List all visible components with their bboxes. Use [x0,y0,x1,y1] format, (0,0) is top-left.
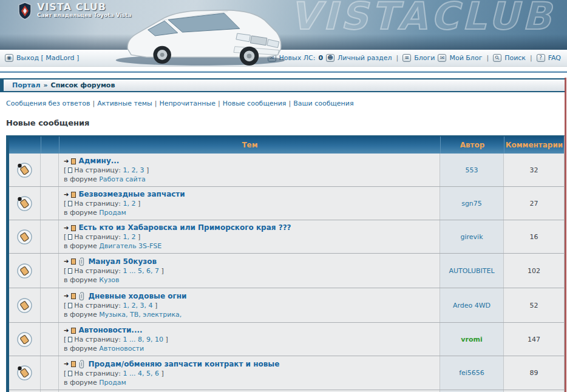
forum-link[interactable]: Автоновости [99,345,144,353]
topic-pages-line: [На страницу: 1 ... 5, 6, 7 ] [64,266,435,275]
topic-page-number-links[interactable]: 1, 2 [123,233,136,241]
comments-cell: 32 [504,154,564,186]
faq-icon: ? [537,54,545,62]
author-cell: girevik [440,220,504,253]
author-link[interactable]: sgn75 [461,200,482,208]
pages-bracket-open: [ [64,302,66,309]
topic-folder-icon [16,263,33,279]
author-cell: 553 [440,154,504,186]
topic-page-number-links[interactable]: 1, 2 [123,200,136,208]
topic-title-link[interactable]: Дневные ходовые огни [88,292,186,301]
pages-bracket-open: [ [64,200,66,208]
forum-label: в форуме [64,276,97,284]
logout-icon: ◉ [5,54,13,62]
link-active-topics[interactable]: Активные темы [97,100,152,107]
pages-bracket-close: ] [146,166,149,174]
topic-status-cell [9,220,41,253]
forum-label: в форуме [64,209,97,217]
topic-title-link[interactable]: Мануал 50кузов [88,257,157,266]
table-row: ➔ Автоновости.... [На страницу: 1 ... 8,… [9,323,564,356]
author-link[interactable]: Ardeo 4WD [453,302,491,309]
topic-page-number-links[interactable]: 1 ... 8, 9, 10 [123,336,163,343]
page-title: Новые сообщения [6,118,561,127]
link-new-posts[interactable]: Новые сообщения [223,100,287,107]
faq-link[interactable]: FAQ [548,54,561,62]
goto-post-arrow-icon: ➔ [64,225,69,231]
breadcrumb-current: Список форумов [51,81,115,89]
topic-cell: ➔ Есть кто из Хабаровска или Приморского… [59,220,440,253]
forum-label: в форуме [64,242,97,250]
link-unread[interactable]: Непрочитанные [159,100,216,107]
comments-count: 102 [528,267,540,275]
comments-cell: 89 [504,356,564,390]
table-row: ➔ Есть кто из Хабаровска или Приморского… [9,220,564,254]
link-your-posts[interactable]: Ваши сообщения [293,100,353,107]
pages-bracket-close: ] [161,267,164,275]
topic-folder-icon [16,331,33,348]
breadcrumb-separator: » [41,81,51,89]
new-posts-table: Тем Автор Комментарии ➔ Админу [6,135,565,392]
author-link[interactable]: 553 [466,166,478,174]
my-blog-link[interactable]: Мой Блог [449,54,482,62]
pages-bracket-open: [ [64,370,66,377]
pages-bracket-open: [ [64,233,66,241]
topic-status-cell [9,288,41,322]
forum-link[interactable]: Двигатель 3S-FSE [99,242,161,250]
topic-page-number-links[interactable]: 1 ... 4, 5, 6 [123,370,159,377]
topic-status-cell [9,154,41,186]
topic-title-link[interactable]: Автоновости.... [78,326,142,335]
author-link[interactable]: vromi [461,336,482,343]
pages-bracket-close: ] [138,233,140,241]
topic-title-link[interactable]: Админу... [78,157,119,166]
author-cell: vromi [440,323,504,356]
topic-status-cell [9,254,41,288]
forum-label: в форуме [64,175,97,183]
search-link[interactable]: Поиск [504,54,526,62]
comments-cell: 16 [504,220,564,253]
divider-rule [0,71,567,73]
topic-title-link[interactable]: Безвозмездные запчасти [78,190,185,199]
toyota-vista-car-image [110,2,290,67]
topic-page-number-links[interactable]: 1 ... 5, 6, 7 [123,267,159,275]
new-pm-count: 0 [318,54,323,62]
forum-link[interactable]: Музыка, ТВ, электрика, [99,311,182,319]
forum-link[interactable]: Продам [99,379,126,387]
profile-link[interactable]: Личный раздел [338,54,392,62]
pages-label: На страницу: [74,370,121,377]
logout-link[interactable]: Выход [ MadLord ] [16,54,79,62]
page-mini-icon [68,201,72,206]
goto-post-arrow-icon: ➔ [64,192,69,198]
topic-title-link[interactable]: Продам/обменяю запчасти контракт и новые [88,360,279,369]
topic-page-number-links[interactable]: 1, 2, 3 [123,166,144,174]
nav-separator: | [529,54,534,62]
topic-pages-line: [На страницу: 1, 2, 3, 4 ] [64,301,435,310]
topic-pages-line: [На страницу: 1, 2 ] [64,199,435,208]
pages-label: На страницу: [74,200,121,208]
forum-link[interactable]: Работа сайта [99,175,146,183]
goto-post-arrow-icon: ➔ [64,293,69,299]
author-link[interactable]: girevik [460,233,483,241]
blogs-link[interactable]: Блоги [414,54,435,62]
topic-forum-line: в форуме Продам [64,208,435,217]
forum-link[interactable]: Продам [99,209,126,217]
topic-gap-cell [41,323,59,356]
quicklinks-separator: | [152,100,160,107]
topic-title-link[interactable]: Есть кто из Хабаровска или Приморского к… [78,223,291,232]
forum-link[interactable]: Кузов [99,276,119,284]
forum-label: в форуме [64,345,97,353]
comments-cell: 147 [504,323,564,356]
author-link[interactable]: AUTOLUBITEL [449,267,494,275]
page-edge-line [565,78,566,392]
breadcrumb-portal-link[interactable]: Портал [12,81,41,89]
topic-pages-line: [На страницу: 1, 2 ] [64,232,435,242]
topic-folder-icon [16,365,33,381]
topic-page-number-links[interactable]: 1, 2, 3, 4 [123,302,153,309]
topic-status-cell [9,356,41,390]
comments-count: 16 [530,233,538,241]
comments-cell: 52 [504,288,564,322]
link-unanswered[interactable]: Сообщения без ответов [6,100,90,107]
table-row: ➔ Мануал 50кузов [На страницу: 1 ... 5, … [9,254,564,288]
comments-count: 89 [530,369,538,377]
comments-cell: 27 [504,187,564,220]
author-link[interactable]: fei5656 [459,369,484,377]
